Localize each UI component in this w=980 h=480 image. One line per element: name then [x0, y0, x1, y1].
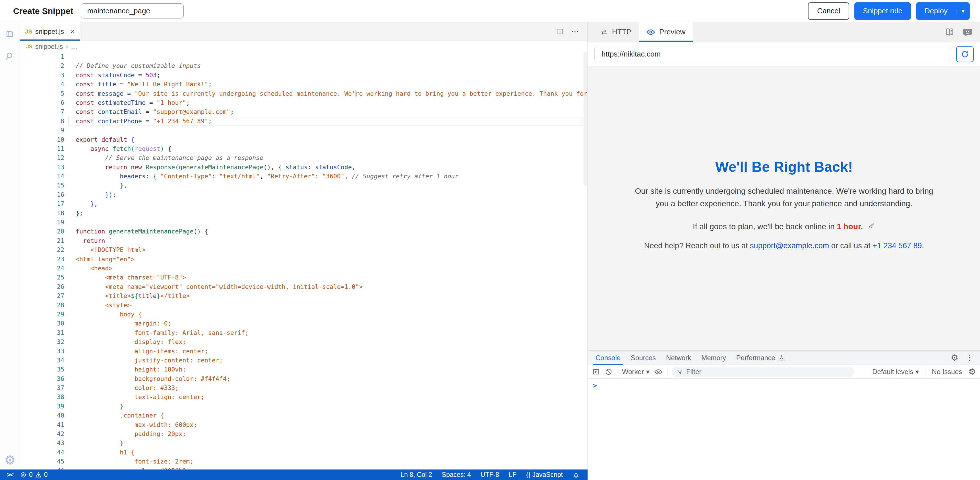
cancel-button[interactable]: Cancel	[808, 2, 849, 20]
code-line[interactable]: 5const message = "Our site is currently …	[20, 89, 587, 98]
code-line[interactable]: 28 <style>	[20, 301, 587, 310]
code-line[interactable]: 46 color: #0056b3;	[20, 466, 587, 469]
code-line[interactable]: 35 height: 100vh;	[20, 365, 587, 374]
discord-icon[interactable]	[963, 27, 973, 37]
devtools-tab-network[interactable]: Network	[661, 350, 696, 365]
encoding[interactable]: UTF-8	[480, 471, 499, 478]
indentation[interactable]: Spaces: 4	[442, 471, 471, 478]
code-line[interactable]: 8const contactPhone = "+1 234 567 89";	[20, 117, 587, 126]
code-line[interactable]: 14 headers: { "Content-Type": "text/html…	[20, 172, 587, 181]
phone-link[interactable]: +1 234 567 89	[872, 241, 922, 250]
code-line[interactable]: 40 .container {	[20, 411, 587, 420]
code-line[interactable]: 6const estimatedTime = "1 hour";	[20, 98, 587, 107]
log-levels-dropdown[interactable]: Default levels▾	[872, 368, 919, 376]
filter-input[interactable]	[686, 368, 850, 376]
code-line[interactable]: 26 <meta name="viewport" content="width=…	[20, 282, 587, 291]
tab-close-icon[interactable]: ×	[70, 27, 75, 36]
code-line[interactable]: 11 async fetch(request) {	[20, 144, 587, 154]
code-line[interactable]: 32 display: flex;	[20, 337, 587, 347]
settings-gear-icon[interactable]: ⚙	[4, 454, 15, 466]
breadcrumb[interactable]: JS snippet.js › …	[20, 41, 587, 52]
code-line[interactable]: 22 <!DOCTYPE html>	[20, 246, 587, 255]
code-line[interactable]: 2// Define your customizable inputs	[20, 61, 587, 70]
code-line[interactable]: 23<html lang="en">	[20, 255, 587, 264]
code-line[interactable]: 20function generateMaintenancePage() {	[20, 227, 587, 236]
code-line[interactable]: 38 text-align: center;	[20, 393, 587, 402]
console-prompt[interactable]: >	[593, 382, 597, 390]
snippet-rule-button[interactable]: Snippet rule	[854, 2, 911, 20]
deploy-dropdown-caret[interactable]: ▾	[956, 7, 970, 15]
code-line[interactable]: 29 body {	[20, 310, 587, 319]
code-line[interactable]: 21 return `	[20, 236, 587, 246]
code-area[interactable]: 12// Define your customizable inputs3con…	[20, 52, 587, 469]
code-line[interactable]: 44 h1 {	[20, 448, 587, 457]
console-sidebar-toggle-icon[interactable]	[592, 368, 600, 376]
cursor-position[interactable]: Ln 8, Col 2	[401, 471, 432, 478]
console-settings-gear-icon[interactable]: ⚙	[968, 368, 976, 376]
code-line[interactable]: 4const title = "We'll Be Right Back!";	[20, 80, 587, 89]
docs-book-icon[interactable]	[945, 27, 955, 37]
code-line[interactable]: 13 return new Response(generateMaintenan…	[20, 163, 587, 172]
devtools-panel: ConsoleSourcesNetworkMemoryPerformance ⚙…	[588, 350, 980, 480]
code-line[interactable]: 42 padding: 20px;	[20, 429, 587, 439]
editor-scrollbar[interactable]	[584, 52, 587, 186]
code-line[interactable]: 37 color: #333;	[20, 383, 587, 393]
code-line[interactable]: 10export default {	[20, 135, 587, 144]
code-line[interactable]: 17 },	[20, 200, 587, 209]
code-line[interactable]: 39 }	[20, 402, 587, 411]
copy-icon[interactable]	[5, 29, 15, 39]
preview-pane: HTTP Preview	[588, 22, 980, 480]
code-line[interactable]: 7const contactEmail = "support@example.c…	[20, 107, 587, 116]
code-line[interactable]: 27 <title>${title}</title>	[20, 291, 587, 301]
live-expression-eye-icon[interactable]	[654, 368, 663, 376]
code-line[interactable]: 30 margin: 0;	[20, 319, 587, 328]
url-input[interactable]	[594, 46, 951, 62]
issues-counter[interactable]: No Issues	[932, 368, 962, 376]
kebab-menu-icon[interactable]: ⋮	[966, 353, 973, 362]
devtools-tab-performance[interactable]: Performance	[731, 350, 790, 365]
refresh-button[interactable]	[956, 46, 974, 62]
code-line[interactable]: 36 background-color: #f4f4f4;	[20, 374, 587, 383]
tab-snippet-js[interactable]: JS snippet.js ×	[20, 22, 80, 41]
console-filter[interactable]	[672, 367, 854, 377]
code-line[interactable]: 34 justify-content: center;	[20, 356, 587, 365]
tab-preview[interactable]: Preview	[639, 22, 693, 42]
code-line[interactable]: 19	[20, 218, 587, 227]
code-line[interactable]: 43 }	[20, 439, 587, 448]
devtools-tab-sources[interactable]: Sources	[626, 350, 661, 365]
code-line[interactable]: 12 // Serve the maintenance page as a re…	[20, 154, 587, 162]
devtools-tab-memory[interactable]: Memory	[696, 350, 731, 365]
code-line[interactable]: 24 <head>	[20, 264, 587, 273]
remote-indicator-icon[interactable]: ><	[0, 471, 20, 478]
code-line[interactable]: 41 max-width: 600px;	[20, 420, 587, 429]
code-line[interactable]: 9	[20, 126, 587, 135]
code-line[interactable]: 45 font-size: 2rem;	[20, 457, 587, 466]
more-actions-icon[interactable]: ⋯	[571, 27, 579, 36]
bell-icon[interactable]	[573, 471, 579, 478]
code-line[interactable]: 31 font-family: Arial, sans-serif;	[20, 328, 587, 337]
code-line[interactable]: 18};	[20, 209, 587, 218]
devtools-tab-console[interactable]: Console	[590, 350, 626, 365]
code-line[interactable]: 33 align-items: center;	[20, 347, 587, 356]
flask-icon	[778, 355, 785, 361]
code-line[interactable]: 25 <meta charset="UTF-8">	[20, 273, 587, 282]
tab-http[interactable]: HTTP	[592, 22, 639, 42]
split-editor-icon[interactable]	[556, 27, 564, 36]
code-line[interactable]: 15 },	[20, 181, 587, 190]
deploy-button[interactable]: Deploy	[916, 6, 956, 15]
code-line[interactable]: 3const statusCode = 503;	[20, 71, 587, 80]
code-line[interactable]: 1	[20, 52, 587, 61]
snippet-name-input[interactable]	[81, 3, 184, 19]
console-output[interactable]: >	[588, 379, 980, 480]
worker-context-dropdown[interactable]: Worker▾	[622, 368, 649, 376]
devtools-settings-gear-icon[interactable]: ⚙	[951, 353, 958, 362]
maintenance-title: We'll Be Right Back!	[630, 159, 938, 175]
search-icon[interactable]	[5, 51, 15, 61]
clear-console-icon[interactable]	[605, 368, 612, 376]
eol-sequence[interactable]: LF	[509, 471, 517, 478]
problems-counter[interactable]: 0 0	[20, 471, 48, 478]
code-line[interactable]: 16 });	[20, 190, 587, 200]
language-mode[interactable]: {} JavaScript	[526, 471, 563, 478]
support-email-link[interactable]: support@example.com	[750, 241, 829, 250]
line-number: 1	[20, 52, 67, 61]
